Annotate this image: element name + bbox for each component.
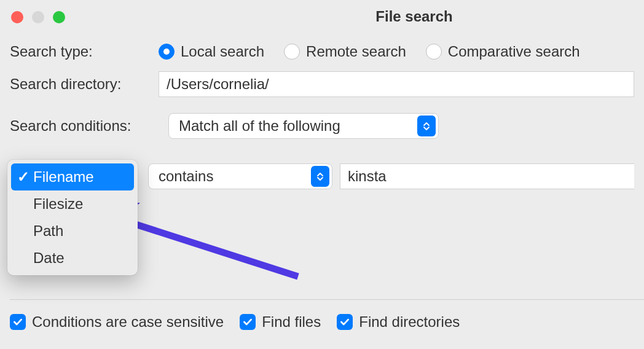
search-type-row: Search type: Local search Remote search … bbox=[10, 43, 634, 60]
radio-local-search[interactable]: Local search bbox=[159, 43, 264, 60]
radio-label: Local search bbox=[181, 43, 264, 60]
dropdown-item-path[interactable]: Path bbox=[11, 218, 134, 245]
dropdown-item-filename[interactable]: Filename bbox=[11, 163, 134, 190]
annotation-arrow-icon bbox=[114, 203, 310, 289]
maximize-window-button[interactable] bbox=[53, 11, 65, 23]
checkbox-find-files[interactable]: Find files bbox=[240, 313, 321, 331]
checkbox-case-sensitive[interactable]: Conditions are case sensitive bbox=[10, 313, 224, 331]
footer-options: Conditions are case sensitive Find files… bbox=[10, 313, 460, 331]
radio-label: Comparative search bbox=[448, 43, 580, 60]
search-directory-input[interactable] bbox=[159, 71, 634, 97]
chevron-up-down-icon bbox=[311, 166, 329, 187]
condition-value-input[interactable] bbox=[340, 163, 634, 189]
radio-comparative-search[interactable]: Comparative search bbox=[426, 43, 580, 60]
dropdown-item-filesize[interactable]: Filesize bbox=[11, 190, 134, 218]
radio-label: Remote search bbox=[306, 43, 406, 60]
match-mode-select[interactable]: Match all of the following bbox=[168, 113, 439, 139]
close-window-button[interactable] bbox=[11, 11, 23, 23]
checkbox-label: Conditions are case sensitive bbox=[32, 313, 224, 331]
checkmark-icon bbox=[240, 314, 256, 330]
search-directory-label: Search directory: bbox=[10, 76, 151, 93]
search-directory-row: Search directory: bbox=[10, 71, 634, 97]
traffic-lights bbox=[11, 11, 65, 23]
search-type-radio-group: Local search Remote search Comparative s… bbox=[159, 43, 580, 60]
window-title: File search bbox=[184, 8, 644, 25]
radio-remote-search[interactable]: Remote search bbox=[284, 43, 406, 60]
search-type-label: Search type: bbox=[10, 43, 151, 60]
operator-value: contains bbox=[159, 168, 213, 185]
titlebar: File search bbox=[0, 0, 644, 33]
checkmark-icon bbox=[10, 314, 26, 330]
dropdown-item-date[interactable]: Date bbox=[11, 245, 134, 272]
radio-icon bbox=[284, 44, 300, 60]
divider bbox=[10, 299, 644, 300]
checkbox-find-directories[interactable]: Find directories bbox=[337, 313, 460, 331]
minimize-window-button[interactable] bbox=[32, 11, 44, 23]
svg-line-0 bbox=[126, 221, 298, 276]
checkmark-icon bbox=[337, 314, 353, 330]
search-conditions-row: Search conditions: Match all of the foll… bbox=[10, 113, 634, 139]
field-dropdown: Filename Filesize Path Date bbox=[7, 160, 138, 275]
radio-icon bbox=[426, 44, 442, 60]
chevron-up-down-icon bbox=[417, 116, 436, 136]
match-mode-value: Match all of the following bbox=[179, 117, 340, 135]
condition-row: contains bbox=[148, 163, 634, 189]
search-conditions-label: Search conditions: bbox=[10, 117, 161, 135]
operator-select[interactable]: contains bbox=[148, 163, 332, 189]
radio-icon bbox=[159, 44, 175, 60]
checkbox-label: Find directories bbox=[359, 313, 460, 331]
checkbox-label: Find files bbox=[262, 313, 321, 331]
